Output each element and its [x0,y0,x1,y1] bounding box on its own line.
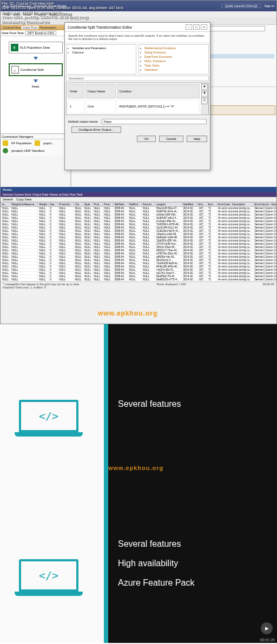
default-output-input[interactable] [102,119,207,124]
column-header[interactable]: ErrorCode · Description [217,203,253,207]
tree-item[interactable]: Variables and Parameters [68,46,135,50]
column-header[interactable]: Style [83,203,92,207]
laptop-icon: </> [19,400,78,440]
play-icon[interactable]: ▶ [261,622,273,634]
data-viewer-title: Derived Column Error Output Data Viewer … [1,192,276,197]
accent-bar [104,324,108,484]
reorder-buttons: ▲ ▼ × [201,83,208,115]
project-conn-icon [3,148,8,153]
col-condition: Condition [117,84,200,98]
canvas[interactable]: X XLS Population Data ◇ Conditional Spli… [1,36,70,133]
tab-data-flow[interactable]: Data Flow [22,26,38,29]
close-button[interactable]: × [201,24,207,30]
laptop-icon: </> [19,559,78,600]
tree-item[interactable]: NULL Functions [140,59,207,63]
task-dropdown[interactable]: DFT Excel to CSV [25,31,56,35]
timestamp-label: 00:01:20 [260,638,275,642]
move-up-button[interactable]: ▲ [201,84,208,90]
configure-error-output-button[interactable]: Configure Error Output... [71,126,121,133]
tree-item[interactable]: Operators [140,68,207,72]
excel-icon: X [11,44,18,51]
move-down-button[interactable]: ▼ [201,91,208,97]
tree-item[interactable]: Type Casts [140,63,207,68]
design-surface: Control Flow Data Flow Parameters Data F… [1,25,71,187]
condition-row[interactable]: 1 Omit RIGHT([EDF_WSTR_5]STCOU],1) == "0… [68,99,200,113]
variables-tree[interactable]: Variables and Parameters Columns [66,44,136,75]
column-header[interactable]: ModMed... [182,203,197,207]
column-header[interactable]: SellEnd... [128,203,142,207]
data-viewer-grid: Detach Copy Data re...WeightUnitMeasure.… [1,197,276,324]
sign-in-link[interactable]: Sign in [265,4,274,8]
default-output-row: Default output name: [65,117,210,126]
conditional-split-box[interactable]: ◇ Conditional Split [9,63,63,76]
tree-item[interactable]: Columns [68,50,135,55]
condition-grid[interactable]: Order Output Name Condition 1 Omit RIGHT… [66,83,209,115]
watermark-text: www.epkhou.org [108,465,163,471]
tab-control-flow[interactable]: Control Flow [3,26,21,29]
tree-item[interactable]: String Functions [140,50,207,55]
table-row[interactable]: NULLNULLNULL0NULLNULLNULLNULLNULL2008-04… [1,278,277,281]
visual-studio-window: File: 01- Course Overview.mp4 Size: 5815… [0,0,277,324]
split-icon: ◇ [11,66,19,73]
panel-header: Connection Managers [2,135,69,139]
feature-text: Several features [118,399,267,409]
data-grid-table[interactable]: re...WeightUnitMeasure...WeightDay...Pro… [1,202,276,281]
column-header[interactable]: ProductLi... [58,203,74,207]
conn-hdp-sandbox[interactable]: (project) HDP Sandbox [11,149,45,152]
column-header[interactable]: re... [1,203,10,207]
tree-item[interactable]: Date/Time Functions [140,55,207,59]
designer-tabs: Control Flow Data Flow Parameters [1,25,70,30]
video-metadata-overlay: File: 01- Course Overview.mp4 Size: 5815… [1,1,124,25]
cancel-button[interactable]: Cancel [159,136,183,142]
description-field: Description: [66,76,209,81]
quick-launch[interactable]: Quick Launch (Ctrl+Q) [221,4,261,8]
grid-footer: * LineageIDs that appear in the grid may… [1,281,276,290]
column-header[interactable]: Prod... [103,203,113,207]
maximize-button[interactable]: □ [193,24,200,30]
copy-data-button[interactable]: Copy Data [16,198,31,201]
column-header[interactable]: Weight [38,203,49,207]
column-header[interactable]: SellStart... [113,203,128,207]
watermark-text: www.epkhou.org [98,310,157,317]
column-header[interactable]: rowguid [155,203,182,207]
column-header[interactable]: ErrorColumn · Description [253,203,276,207]
column-header[interactable]: Day... [49,203,58,207]
flow-arrow-icon [34,57,38,60]
column-header[interactable]: Erro... [197,203,207,207]
task-selector: Data Flow Task: DFT Excel to CSV [1,30,70,36]
flatfile-icon [3,140,8,146]
presentation-slide-1: </> Several features www.epkhou.org [0,324,277,484]
feature-text-1: Several features [118,539,267,549]
connection-managers-panel: Connection Managers FF Population popul.… [1,133,70,156]
column-header[interactable]: Discont... [142,203,155,207]
minimize-button[interactable]: – [186,24,192,30]
column-header[interactable]: Erro... [207,203,216,207]
slide-left-pattern: </> [0,484,104,643]
feature-text-2: High availability [118,559,267,568]
dialog-description: Specify the conditions used to direct in… [65,32,210,43]
column-header[interactable]: Cla... [74,203,83,207]
accent-bar [104,484,108,643]
detach-button[interactable]: Detach [3,198,13,201]
conn-popul[interactable]: popul... [43,142,54,145]
dialog-title: Conditional Split Transformation Editor [68,25,132,29]
slide-left-pattern: </> [0,324,104,484]
col-output-name: Output Name [85,84,116,98]
default-output-label: Default output name: [68,120,98,123]
status-bar: Ready [1,187,276,192]
keep-output-label: Keep [3,85,68,88]
column-header[interactable]: Prod... [93,203,103,207]
conn-ff-population[interactable]: FF Population [11,142,31,145]
tree-item[interactable]: Mathematical Functions [140,46,207,50]
delete-row-button[interactable]: × [201,98,208,104]
feature-text-3: Azure Feature Pack [118,578,267,588]
xls-source-box[interactable]: X XLS Population Data [9,42,63,53]
column-header[interactable]: WeightUnitMeasure... [10,203,38,207]
tab-parameters[interactable]: Parameters [39,26,56,29]
presentation-slide-2: </> Several features High availability A… [0,484,277,643]
col-order: Order [68,84,84,98]
ok-button[interactable]: OK [137,136,156,142]
flow-arrow-icon [34,79,38,83]
help-button[interactable]: Help [187,136,207,142]
functions-tree[interactable]: Mathematical Functions String Functions … [138,44,209,75]
